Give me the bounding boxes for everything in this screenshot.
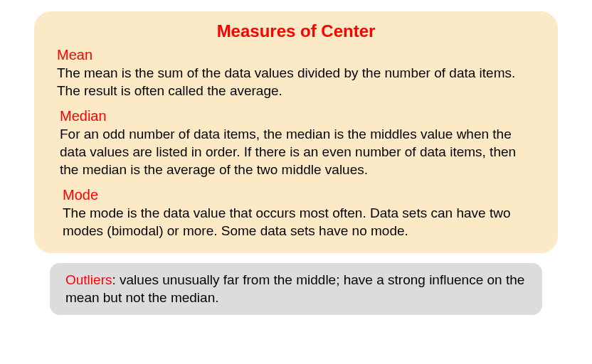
median-body: For an odd number of data items, the med… [60,126,538,178]
mean-heading: Mean [57,47,538,63]
section-mean: Mean The mean is the sum of the data val… [54,47,538,100]
outlier-body: : values unusually far from the middle; … [65,272,524,305]
outlier-card: Outliers: values unusually far from the … [50,263,542,315]
median-heading: Median [60,108,538,124]
section-median: Median For an odd number of data items, … [54,108,538,178]
outlier-text: Outliers: values unusually far from the … [65,272,527,306]
outlier-label: Outliers [65,272,112,287]
mode-body: The mode is the data value that occurs m… [63,205,538,240]
mean-body: The mean is the sum of the data values d… [57,65,538,100]
measures-card: Measures of Center Mean The mean is the … [34,11,558,253]
mode-heading: Mode [63,187,538,203]
card-title: Measures of Center [54,21,538,41]
section-mode: Mode The mode is the data value that occ… [54,187,538,240]
